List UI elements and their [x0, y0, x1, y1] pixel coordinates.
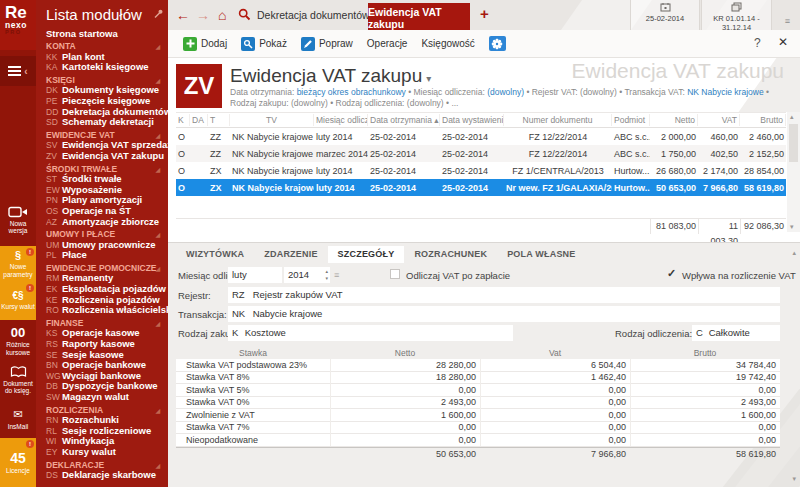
grid-column-header[interactable]: Miesiąc odlicz... [314, 114, 368, 126]
sidebar-item-ro[interactable]: RORozliczenia właścicielskie [46, 305, 168, 316]
rail-item-dokument-do-ksieg[interactable]: Dokument do księg. [0, 360, 36, 400]
back-icon[interactable]: ← [176, 6, 190, 24]
grid-column-header[interactable]: DA [190, 114, 208, 126]
sidebar-item-sd[interactable]: SDSchematy dekretacji [46, 117, 168, 128]
rail-item-insmail[interactable]: ✉ InsMail [0, 402, 36, 436]
grid-column-header[interactable]: Data otrzymania ▴ [368, 114, 440, 126]
year-input[interactable]: 2014 ▴▾ [284, 267, 330, 283]
home-icon[interactable]: ⌂ [218, 6, 226, 24]
collapse-icon[interactable]: ◢ [155, 131, 160, 142]
sidebar-item-ka[interactable]: KAKartoteki księgowe [46, 62, 168, 73]
tab-rozrachunek[interactable]: ROZRACHUNEK [404, 246, 497, 263]
grid-column-header[interactable]: Data wystawienia [440, 114, 504, 126]
sidebar-section-rodki-trwa-e[interactable]: ŚRODKI TRWAŁE◢ [46, 164, 168, 175]
rail-item-nowa-wersja[interactable]: Nowa wersja [0, 196, 36, 244]
tab-szczeg-y[interactable]: SZCZEGÓŁY [328, 246, 405, 263]
show-button[interactable]: Pokaż [234, 33, 294, 55]
grid-column-header[interactable]: Brutto [740, 114, 786, 126]
vat-table-row[interactable]: Stawka VAT podstawowa 23%28 280,006 504,… [176, 359, 780, 372]
vat-table-row[interactable]: Stawka VAT 0%2 493,000,002 493,00 [176, 397, 780, 410]
vat-table-row[interactable]: Stawka VAT 5%0,000,000,00 [176, 384, 780, 397]
tab-ewidencja-vat-zakupu[interactable]: Ewidencja VAT zakupu [368, 3, 470, 30]
grid-column-header[interactable]: VAT [698, 114, 740, 126]
collapse-icon[interactable]: ◢ [155, 165, 160, 176]
register-input[interactable]: RZ Rejestr zakupów VAT [228, 287, 780, 303]
grid-column-header[interactable]: Numer dokumentu [504, 114, 612, 126]
sidebar-item-strona-startowa[interactable]: Strona startowa [46, 28, 168, 39]
grid-column-header[interactable]: TV [230, 114, 314, 126]
scroll-down-icon[interactable]: ▾ [790, 223, 794, 231]
spinner-icon[interactable]: ▴▾ [325, 268, 328, 281]
bar-menu-icon[interactable]: ≡ [785, 16, 790, 26]
sidebar-item-pl[interactable]: PLPłace [46, 250, 168, 261]
rail-item-licencje[interactable]: ! 45 Licencje [0, 438, 36, 487]
collapse-icon[interactable]: ◢ [155, 42, 160, 53]
vat-table-row[interactable]: Stawka VAT 7%0,000,000,00 [176, 422, 780, 435]
operations-button[interactable]: Operacje [360, 33, 415, 55]
vat-table-row[interactable]: Zwolnienie z VAT1 600,000,001 600,00 [176, 409, 780, 422]
forward-icon[interactable]: → [196, 6, 210, 24]
grid-scrollbar[interactable]: ▴ ▾ [787, 112, 800, 232]
deduction-type-input[interactable]: C Całkowite [692, 325, 780, 341]
scroll-up-icon[interactable]: ▴ [790, 113, 794, 121]
settings-button[interactable] [482, 33, 513, 55]
sidebar-item-sw[interactable]: SWMagazyn walut [46, 392, 168, 403]
sidebar-item-az[interactable]: AZAmortyzacje zbiorcze [46, 217, 168, 228]
sidebar-section-ewidencje-pomocnicze[interactable]: EWIDENCJE POMOCNICZE◢ [46, 263, 168, 274]
filter-link[interactable]: (dowolny) [487, 87, 524, 97]
transaction-input[interactable]: NK Nabycie krajowe [228, 306, 780, 322]
period-widget[interactable]: KR 01.01.14 - 31.12.14 [701, 0, 772, 30]
grid-column-header[interactable]: K [176, 114, 190, 126]
grid-row[interactable]: OZXNK Nabycie krajoweluty 201425-02-2014… [176, 162, 786, 179]
sidebar-item-os[interactable]: OSOperacje na ŚT [46, 206, 168, 217]
filter-link[interactable]: bieżący okres obrachunkowy [297, 87, 406, 97]
sidebar-section-finanse[interactable]: FINANSE◢ [46, 318, 168, 329]
rail-item-nowe-parametry[interactable]: ! § Nowe parametry [0, 246, 36, 282]
scroll-down-icon[interactable]: ▾ [792, 475, 796, 483]
month-menu-icon[interactable]: ≡ [334, 270, 339, 280]
collapse-icon[interactable]: ◢ [155, 406, 160, 417]
sidebar-section-ksi-gi[interactable]: KSIĘGI◢ [46, 75, 168, 86]
work-date-widget[interactable]: 25-02-2014 [630, 0, 700, 30]
search-icon[interactable] [238, 7, 251, 25]
sidebar-item-ey[interactable]: EYKursy walut [46, 447, 168, 458]
filter-link[interactable]: NK Nabycie krajowe [687, 87, 764, 97]
sidebar-item-ds[interactable]: DSDeklaracje skarbowe [46, 470, 168, 481]
deduct-after-payment-checkbox[interactable] [390, 269, 400, 279]
sidebar-item-pe[interactable]: PEPieczęcie księgowe [46, 96, 168, 107]
accounting-button[interactable]: Księgowość [414, 33, 481, 55]
grid-row[interactable]: OZXNK Nabycie krajoweluty 201425-02-2014… [176, 179, 786, 196]
add-tab-icon[interactable]: + [480, 5, 489, 22]
sidebar-section-ewidencje-vat[interactable]: EWIDENCJE VAT◢ [46, 130, 168, 141]
sidebar-section-rozliczenia[interactable]: ROZLICZENIA◢ [46, 405, 168, 416]
scroll-up-icon[interactable]: ▴ [792, 249, 796, 257]
grid-row[interactable]: OZZNK Nabycie krajoweluty 201425-02-2014… [176, 128, 786, 145]
grid-column-header[interactable]: T [208, 114, 230, 126]
help-icon[interactable]: ? [754, 36, 761, 50]
collapse-icon[interactable]: ◢ [155, 461, 160, 472]
sidebar-section-konta[interactable]: KONTA◢ [46, 41, 168, 52]
pin-icon[interactable] [153, 5, 163, 23]
modules-menu-button[interactable]: ‹ [0, 56, 36, 86]
sidebar-section-deklaracje[interactable]: DEKLARACJE◢ [46, 460, 168, 471]
grid-column-header[interactable]: Netto [650, 114, 698, 126]
check-icon[interactable]: ✓ [667, 267, 676, 280]
tab-wizyt-wka[interactable]: WIZYTÓWKA [176, 246, 254, 263]
module-title[interactable]: Ewidencja VAT zakupu▾ [230, 65, 431, 87]
month-input[interactable]: luty [228, 267, 282, 283]
grid-column-header[interactable]: Podmiot [612, 114, 650, 126]
vat-table-row[interactable]: Nieopodatkowane0,000,000,00 [176, 434, 780, 447]
sidebar-item-zv[interactable]: ZVEwidencja VAT zakupu [46, 151, 168, 162]
tab-dekretacja-dokumentow[interactable]: Dekretacja dokumentów [257, 0, 370, 30]
grid-row[interactable]: OZZNK Nabycie krajowemarzec 201425-02-20… [176, 145, 786, 162]
collapse-icon[interactable]: ◢ [155, 76, 160, 87]
collapse-icon[interactable]: ◢ [155, 319, 160, 330]
sidebar-section-umowy-i-p-ace[interactable]: UMOWY I PŁACE◢ [46, 229, 168, 240]
add-button[interactable]: Dodaj [176, 33, 234, 55]
vat-table-row[interactable]: Stawka VAT 8%18 280,001 462,4019 742,40 [176, 372, 780, 385]
collapse-icon[interactable]: ◢ [155, 230, 160, 241]
edit-button[interactable]: Popraw [294, 33, 360, 55]
purchase-type-input[interactable]: K Kosztowe [228, 325, 513, 341]
scrollbar-thumb[interactable] [789, 124, 798, 162]
collapse-icon[interactable]: ◢ [155, 264, 160, 275]
